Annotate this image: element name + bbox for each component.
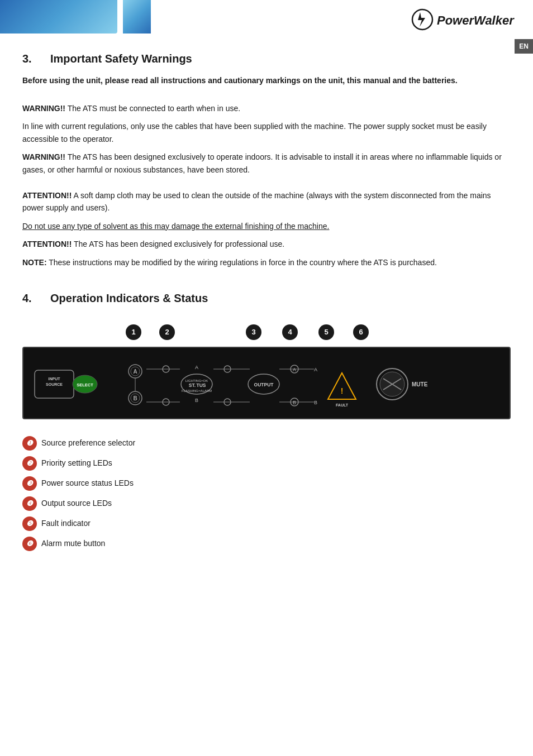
attention-2-text: The ATS has been designed exclusively fo… [74, 240, 284, 248]
language-badge: EN [515, 39, 533, 54]
svg-text:B: B [133, 395, 137, 401]
indicator-badge-4: ❹ [22, 496, 37, 511]
attention-1-text: A soft damp cloth may be used to clean t… [22, 191, 491, 212]
indicator-label-5: Fault indicator [41, 518, 91, 529]
svg-text:FLASHING=ALARM: FLASHING=ALARM [182, 389, 212, 393]
panel-svg: INPUT SOURCE SELECT A B A [23, 348, 510, 420]
header-blue-left [0, 0, 117, 34]
indicator-badge-6: ❻ [22, 537, 37, 551]
attention-2-label: ATTENTION!! [22, 240, 72, 248]
svg-text:SELECT: SELECT [77, 382, 93, 387]
diagram-num-1: 1 [126, 324, 141, 340]
indicator-label-1: Source preference selector [41, 438, 135, 449]
svg-text:PowerWalker: PowerWalker [437, 13, 515, 27]
section3-heading: 3. Important Safety Warnings [22, 50, 511, 67]
diagram-num-4: 4 [282, 324, 298, 340]
svg-text:MUTE: MUTE [412, 381, 428, 387]
indicator-label-3: Power source status LEDs [41, 478, 134, 489]
indicator-badge-1: ❶ [22, 436, 37, 451]
attention-2: ATTENTION!! The ATS has been designed ex… [22, 238, 511, 250]
indicator-label-6: Alarm mute button [41, 538, 105, 549]
indicator-label-4: Output source LEDs [41, 498, 112, 509]
logo-area: PowerWalker [410, 0, 533, 34]
section4-number: 4. [22, 290, 39, 307]
header: PowerWalker [0, 0, 533, 34]
section4-heading: 4. Operation Indicators & Status [22, 290, 511, 307]
diagram-container: 1 2 3 4 5 6 INPUT SOURCE SELECT [22, 320, 511, 419]
solvent-warning-text: Do not use any type of solvent as this m… [22, 220, 511, 232]
diagram-num-3: 3 [246, 324, 261, 340]
svg-text:TUS: TUS [197, 382, 206, 388]
indicator-badge-3: ❸ [22, 476, 37, 491]
warning-3-label: WARNING!! [22, 152, 65, 161]
svg-text:B: B [195, 398, 198, 403]
indicator-item-6: ❻ Alarm mute button [22, 537, 511, 551]
svg-text:A: A [195, 365, 198, 370]
warning-1-text: The ATS must be connected to earth when … [68, 104, 240, 113]
indicator-item-4: ❹ Output source LEDs [22, 496, 511, 511]
svg-text:FAULT: FAULT [336, 403, 349, 407]
section3-number: 3. [22, 50, 39, 67]
svg-text:B: B [314, 400, 317, 405]
svg-text:SOURCE: SOURCE [46, 382, 63, 386]
indicator-item-2: ❷ Priority setting LEDs [22, 456, 511, 471]
svg-text:ST.: ST. [189, 382, 196, 388]
warning-3-text: The ATS has been designed exclusively to… [22, 152, 502, 174]
section4-title: Operation Indicators & Status [50, 290, 208, 307]
diagram-num-6: 6 [353, 324, 369, 340]
diagram-num-5: 5 [318, 324, 334, 340]
indicator-label-2: Priority setting LEDs [41, 458, 112, 469]
section3-title: Important Safety Warnings [50, 50, 192, 67]
diagram-number-row: 1 2 3 4 5 6 [22, 320, 511, 344]
svg-text:B: B [293, 400, 296, 405]
svg-text:A: A [293, 367, 296, 372]
attention-1-label: ATTENTION!! [22, 191, 72, 200]
note-1: NOTE: These instructions may be modified… [22, 256, 511, 269]
indicator-list: ❶ Source preference selector ❷ Priority … [22, 436, 511, 551]
svg-text:OUTPUT: OUTPUT [254, 382, 274, 387]
powerwalker-logo: PowerWalker [410, 6, 522, 34]
warning-3: WARNING!! The ATS has been designed excl… [22, 151, 511, 176]
svg-text:!: ! [341, 386, 344, 395]
header-blue-right [123, 0, 151, 34]
note-1-label: NOTE: [22, 258, 47, 267]
warning-2: In line with current regulations, only u… [22, 120, 511, 145]
warning-1-label: WARNING!! [22, 104, 65, 113]
indicator-badge-2: ❷ [22, 456, 37, 471]
warning-1: WARNING!! The ATS must be connected to e… [22, 102, 511, 114]
diagram-num-2: 2 [159, 324, 175, 340]
solvent-warning: Do not use any type of solvent as this m… [22, 220, 511, 232]
indicator-item-5: ❺ Fault indicator [22, 516, 511, 531]
svg-text:A: A [314, 367, 317, 372]
indicator-item-3: ❸ Power source status LEDs [22, 476, 511, 491]
note-1-text: These instructions may be modified by th… [49, 258, 437, 267]
section3-intro: Before using the unit, please read all i… [22, 75, 511, 87]
panel-diagram: INPUT SOURCE SELECT A B A [22, 347, 511, 419]
indicator-badge-5: ❺ [22, 516, 37, 531]
indicator-item-1: ❶ Source preference selector [22, 436, 511, 451]
svg-text:INPUT: INPUT [49, 377, 61, 381]
warning-2-text: In line with current regulations, only u… [22, 122, 487, 143]
svg-text:A: A [133, 369, 137, 375]
main-content: 3. Important Safety Warnings Before usin… [0, 50, 533, 551]
attention-1: ATTENTION!! A soft damp cloth may be use… [22, 189, 511, 214]
